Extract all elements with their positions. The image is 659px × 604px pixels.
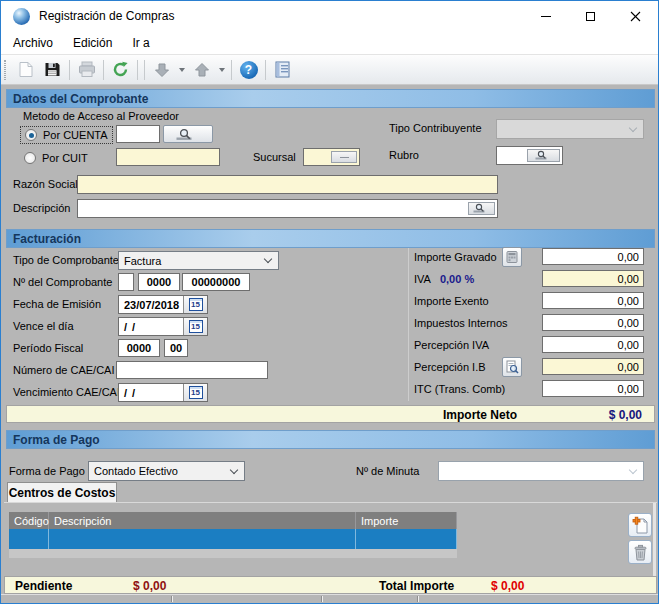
maximize-icon bbox=[586, 12, 595, 21]
menu-archivo[interactable]: Archivo bbox=[3, 31, 63, 54]
cuenta-input[interactable] bbox=[116, 125, 160, 143]
section-header-datos: Datos del Comprobante bbox=[6, 89, 655, 108]
move-up-dropdown-button[interactable] bbox=[215, 58, 228, 82]
column-header-descripcion[interactable]: Descripción bbox=[49, 512, 356, 529]
total-importe-value: $ 0,00 bbox=[491, 579, 524, 593]
menu-bar: Archivo Edición Ir a bbox=[1, 31, 658, 54]
add-row-button[interactable] bbox=[628, 513, 652, 537]
descripcion-lookup-button[interactable] bbox=[468, 202, 495, 215]
column-header-importe[interactable]: Importe bbox=[356, 512, 457, 529]
help-icon: ? bbox=[240, 61, 258, 79]
toolbar-separator bbox=[231, 60, 232, 80]
search-icon bbox=[176, 128, 200, 141]
importe-neto-value: $ 0,00 bbox=[609, 408, 642, 422]
periodo-mes-input[interactable]: 00 bbox=[164, 339, 188, 357]
importe-exento-input[interactable]: 0,00 bbox=[542, 292, 644, 309]
venc-cae-input[interactable]: / / 15 bbox=[118, 383, 208, 402]
status-bar bbox=[1, 594, 658, 603]
menu-ir-a[interactable]: Ir a bbox=[122, 31, 159, 54]
fecha-emision-input[interactable]: 23/07/2018 15 bbox=[118, 295, 208, 314]
radio-por-cuenta[interactable]: Por CUENTA bbox=[20, 126, 113, 144]
menu-edicion[interactable]: Edición bbox=[63, 31, 122, 54]
por-cuenta-label: Por CUENTA bbox=[43, 129, 108, 141]
percepcion-ib-input[interactable]: 0,00 bbox=[542, 358, 644, 375]
importe-gravado-input[interactable]: 0,00 bbox=[542, 248, 644, 265]
periodo-anio-input[interactable]: 0000 bbox=[118, 339, 160, 357]
cuenta-lookup-button[interactable] bbox=[163, 125, 213, 143]
percepcion-ib-lookup-button[interactable] bbox=[502, 357, 522, 377]
status-divider bbox=[171, 596, 173, 602]
vence-calendar-button[interactable]: 15 bbox=[183, 318, 207, 335]
sucursal-lookup-button[interactable] bbox=[331, 151, 357, 163]
cuit-input[interactable] bbox=[116, 148, 220, 166]
percepcion-iva-input[interactable]: 0,00 bbox=[542, 336, 644, 353]
itc-input[interactable]: 0,00 bbox=[542, 380, 644, 397]
rubro-input[interactable] bbox=[496, 146, 563, 165]
tab-centros-de-costos[interactable]: Centros de Costos bbox=[7, 482, 117, 503]
arrow-up-icon bbox=[194, 62, 210, 78]
detail-view-button[interactable] bbox=[269, 58, 296, 82]
descripcion-input[interactable] bbox=[77, 199, 498, 218]
chevron-down-icon bbox=[230, 465, 238, 473]
search-document-icon bbox=[505, 360, 519, 374]
fecha-emision-label: Fecha de Emisión bbox=[13, 298, 101, 310]
move-up-button[interactable] bbox=[188, 58, 215, 82]
close-icon bbox=[630, 11, 641, 22]
importe-gravado-label: Importe Gravado bbox=[414, 251, 497, 263]
cae-input[interactable] bbox=[116, 361, 268, 379]
forma-pago-select[interactable]: Contado Efectivo bbox=[88, 461, 245, 481]
comprobante-sucursal-input[interactable]: 0000 bbox=[138, 273, 180, 291]
column-header-codigo[interactable]: Código bbox=[9, 512, 49, 529]
cell-descripcion bbox=[49, 529, 356, 549]
importe-neto-label: Importe Neto bbox=[443, 408, 517, 422]
comprobante-letra-input[interactable] bbox=[118, 273, 134, 291]
chevron-down-icon bbox=[629, 465, 637, 473]
descripcion-label: Descripción bbox=[13, 202, 70, 214]
refresh-button[interactable] bbox=[107, 58, 134, 82]
metodo-acceso-label: Metodo de Acceso al Proveedor bbox=[23, 110, 179, 122]
help-button[interactable]: ? bbox=[235, 58, 262, 82]
save-button[interactable] bbox=[39, 58, 66, 82]
minimize-button[interactable] bbox=[523, 1, 568, 31]
total-importe-label: Total Importe bbox=[379, 579, 454, 593]
sucursal-input[interactable] bbox=[303, 148, 360, 166]
toolbar-grip bbox=[4, 60, 6, 80]
sucursal-label: Sucursal bbox=[253, 151, 296, 163]
calendar-icon: 15 bbox=[189, 386, 203, 399]
new-document-icon bbox=[18, 61, 34, 78]
new-button[interactable] bbox=[12, 58, 39, 82]
section-header-facturacion: Facturación bbox=[6, 229, 655, 248]
importe-exento-label: Importe Exento bbox=[414, 295, 489, 307]
search-icon bbox=[473, 203, 491, 214]
move-down-dropdown-button[interactable] bbox=[175, 58, 188, 82]
trash-icon bbox=[633, 544, 648, 561]
rubro-lookup-button[interactable] bbox=[527, 149, 560, 162]
table-row-selected[interactable] bbox=[9, 529, 457, 549]
tipo-contribuyente-select[interactable] bbox=[496, 119, 644, 139]
venc-cae-calendar-button[interactable]: 15 bbox=[183, 384, 207, 401]
vence-label: Vence el día bbox=[13, 320, 74, 332]
radio-unselected-icon bbox=[24, 152, 36, 164]
percepcion-iva-label: Percepción IVA bbox=[414, 339, 489, 351]
iva-percent: 0,00 % bbox=[440, 273, 474, 285]
radio-por-cuit[interactable]: Por CUIT bbox=[20, 150, 92, 166]
maximize-button[interactable] bbox=[568, 1, 613, 31]
print-button[interactable] bbox=[73, 58, 100, 82]
comprobante-numero-input[interactable]: 00000000 bbox=[182, 273, 250, 291]
vence-input[interactable]: / / 15 bbox=[118, 317, 208, 336]
close-button[interactable] bbox=[613, 1, 658, 31]
fecha-emision-calendar-button[interactable]: 15 bbox=[183, 296, 207, 313]
tipo-comprobante-select[interactable]: Factura bbox=[118, 251, 279, 270]
forma-pago-label: Forma de Pago bbox=[9, 465, 85, 477]
itc-label: ITC (Trans. Comb) bbox=[414, 383, 505, 395]
save-icon bbox=[44, 61, 61, 78]
arrow-down-icon bbox=[154, 62, 170, 78]
impuestos-internos-input[interactable]: 0,00 bbox=[542, 314, 644, 331]
minuta-select[interactable] bbox=[438, 461, 644, 481]
importe-gravado-calc-button[interactable] bbox=[502, 247, 522, 267]
razon-social-input[interactable] bbox=[77, 175, 498, 194]
move-down-button[interactable] bbox=[148, 58, 175, 82]
iva-input[interactable]: 0,00 bbox=[542, 270, 644, 287]
calculator-icon bbox=[505, 250, 519, 264]
delete-row-button[interactable] bbox=[628, 540, 652, 564]
